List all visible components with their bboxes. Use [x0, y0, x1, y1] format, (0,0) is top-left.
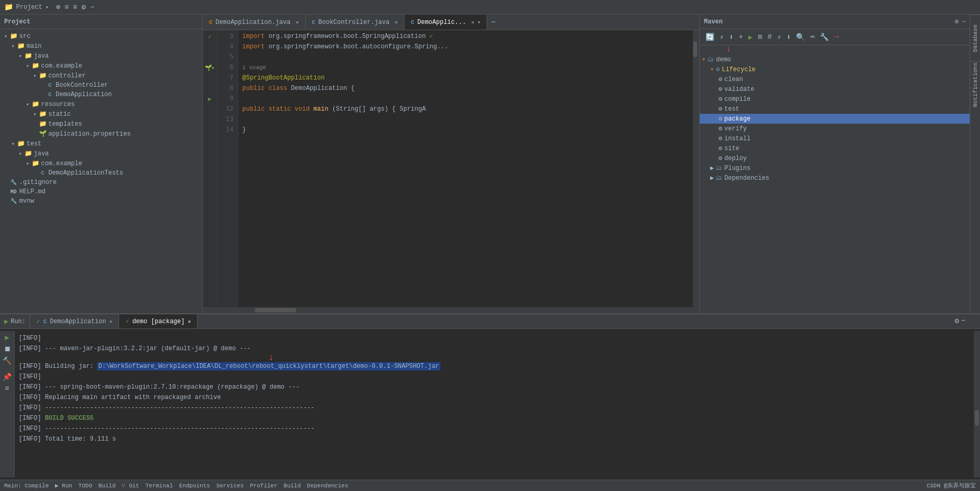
maven-hash-icon[interactable]: #: [766, 32, 773, 42]
maven-download2-icon[interactable]: ⬇: [785, 32, 792, 43]
maven-search-icon[interactable]: 🔍: [794, 32, 806, 43]
bottom-minimize-icon[interactable]: −: [961, 316, 965, 325]
maven-arrow-icon[interactable]: →: [832, 31, 841, 43]
tree-item-templates[interactable]: 📁 templates: [0, 119, 202, 129]
status-main-compile[interactable]: Main: Compile: [4, 483, 49, 489]
tree-item-gitignore[interactable]: 🔧 .gitignore: [0, 178, 202, 187]
tree-item-java2[interactable]: ▾ 📁 java: [0, 149, 202, 158]
tree-item-mvnw[interactable]: 🔧 mvnw: [0, 196, 202, 206]
sidebar-tab-notifications[interactable]: Notifications: [970, 61, 980, 108]
tab-demo-applic-close[interactable]: ✕: [471, 19, 474, 25]
tree-item-static[interactable]: ▾ 📁 static: [0, 109, 202, 119]
maven-item-package[interactable]: ⚙ package: [700, 114, 970, 124]
test-arrow[interactable]: ▾: [9, 141, 17, 147]
maven-item-verify[interactable]: ⚙ verify: [700, 124, 970, 134]
sidebar-tab-database[interactable]: Database: [970, 15, 980, 61]
maven-dependencies[interactable]: ▶ 🗂 Dependencies: [700, 173, 970, 183]
java2-arrow[interactable]: ▾: [17, 151, 24, 157]
globe-icon[interactable]: ⊕: [55, 2, 61, 12]
maven-download-icon[interactable]: ⬇: [727, 32, 735, 43]
maven-item-validate[interactable]: ⚙ validate: [700, 84, 970, 94]
maven-tree[interactable]: ▾ 🗂 demo ▾ ⚙ Lifecycle ⚙ clean ⚙ validat…: [700, 52, 970, 313]
status-dependencies[interactable]: Dependencies: [307, 483, 348, 489]
editor-hscroll-thumb[interactable]: [255, 308, 296, 312]
tree-item-controller[interactable]: ▾ 📁 controller: [0, 71, 202, 81]
maven-equals-icon[interactable]: ═: [808, 32, 816, 42]
status-services[interactable]: Services: [216, 483, 244, 489]
bottom-filter-icon[interactable]: ≡: [5, 384, 9, 393]
console-output[interactable]: [INFO] [INFO] --- maven-jar-plugin:3.2.2…: [15, 331, 974, 477]
maven-settings-icon[interactable]: ⚙: [955, 18, 959, 25]
tree-item-demo-application[interactable]: C DemoApplication: [0, 90, 202, 99]
maven-close-icon[interactable]: −: [962, 18, 965, 25]
maven-refresh-icon[interactable]: 🔄: [704, 32, 716, 43]
maven-item-test[interactable]: ⚙ test: [700, 104, 970, 114]
editor-scroll-thumb[interactable]: [693, 42, 697, 57]
src-arrow[interactable]: ▾: [2, 33, 9, 39]
status-git[interactable]: ⑂ Git: [122, 483, 139, 489]
code-editor[interactable]: ✓ 🌱 ▶ ▶ 3 4 5 6: [203, 30, 699, 307]
tab-demo-app-close[interactable]: ✕: [296, 19, 299, 25]
editor-scrollbar[interactable]: [693, 30, 699, 307]
project-dropdown-arrow[interactable]: ▾: [45, 4, 48, 10]
maven-item-compile[interactable]: ⚙ compile: [700, 94, 970, 104]
maven-m-icon[interactable]: m: [756, 32, 764, 42]
maven-root-demo[interactable]: ▾ 🗂 demo: [700, 55, 970, 64]
tree-item-src[interactable]: ▾ 📁 src: [0, 31, 202, 41]
run-active-icon[interactable]: ▶: [5, 333, 9, 342]
status-build[interactable]: Build: [98, 483, 115, 489]
maven-item-install[interactable]: ⚙ install: [700, 134, 970, 143]
static-arrow[interactable]: ▾: [31, 111, 38, 117]
maven-lifecycle[interactable]: ▾ ⚙ Lifecycle: [700, 64, 970, 74]
bookmark-icon[interactable]: ≡: [72, 2, 78, 12]
package-tab-close[interactable]: ✕: [188, 319, 191, 325]
tree-item-demo-tests[interactable]: C DemoApplicationTests: [0, 168, 202, 178]
status-todo[interactable]: TODO: [79, 483, 92, 489]
minimize-icon[interactable]: −: [89, 2, 95, 12]
console-scroll-thumb[interactable]: [975, 410, 979, 426]
run-icon-left[interactable]: ▶ Run:: [0, 314, 30, 328]
bottom-tab-demo-app[interactable]: ✓ C DemoApplication ✕: [30, 314, 119, 328]
tree-item-book-controller[interactable]: C BookController: [0, 81, 202, 90]
tree-item-app-properties[interactable]: 🌱 application.properties: [0, 129, 202, 139]
maven-item-clean[interactable]: ⚙ clean: [700, 74, 970, 84]
demo-tab-close[interactable]: ✕: [109, 319, 112, 325]
editor-hscrollbar[interactable]: [203, 307, 699, 313]
status-terminal[interactable]: Terminal: [146, 483, 173, 489]
main-arrow[interactable]: ▾: [9, 43, 17, 49]
build-icon[interactable]: 🔨: [3, 356, 11, 365]
com-example1-arrow[interactable]: ▾: [24, 63, 31, 69]
maven-add-icon[interactable]: +: [737, 32, 744, 42]
gutter-9[interactable]: ▶: [203, 94, 217, 104]
status-profiler[interactable]: Profiler: [250, 483, 278, 489]
tab-overflow[interactable]: ⋯: [487, 15, 499, 30]
tree-item-com-example1[interactable]: ▾ 📁 com.example: [0, 61, 202, 71]
tab-more-icon[interactable]: ▾: [477, 19, 480, 25]
maven-plugins-arrow[interactable]: ▶: [710, 164, 714, 172]
gutter-6-play[interactable]: ▶: [212, 65, 215, 71]
project-tree[interactable]: ▾ 📁 src ▾ 📁 main ▾ 📁 java ▾: [0, 29, 202, 313]
maven-item-site[interactable]: ⚙ site: [700, 143, 970, 153]
controller-arrow[interactable]: ▾: [31, 73, 38, 79]
code-content-area[interactable]: import org.springframework.boot.SpringAp…: [238, 30, 693, 307]
java1-arrow[interactable]: ▾: [17, 53, 24, 59]
structure-icon[interactable]: ≡: [63, 2, 70, 12]
maven-lightning-icon[interactable]: ⚡: [718, 32, 725, 43]
tab-book-ctrl-close[interactable]: ✕: [395, 19, 398, 25]
status-run[interactable]: ▶ Run: [55, 482, 72, 489]
tree-item-com-example2[interactable]: ▾ 📁 com.example: [0, 158, 202, 168]
maven-item-deploy[interactable]: ⚙ deploy: [700, 153, 970, 163]
maven-lightning2-icon[interactable]: ⚡: [776, 32, 783, 43]
tree-item-help-md[interactable]: MD HELP.md: [0, 187, 202, 196]
tree-item-test[interactable]: ▾ 📁 test: [0, 139, 202, 149]
stop-icon[interactable]: ⏹: [4, 345, 11, 353]
maven-deps-arrow[interactable]: ▶: [710, 174, 714, 182]
bottom-scroll-lock-icon[interactable]: 📌: [3, 373, 11, 381]
tab-demo-application[interactable]: C DemoApplication.java ✕: [203, 15, 306, 30]
status-endpoints[interactable]: Endpoints: [179, 483, 210, 489]
maven-lifecycle-arrow[interactable]: ▾: [710, 65, 714, 73]
tab-book-controller[interactable]: C BookController.java ✕: [306, 15, 404, 30]
tree-item-main[interactable]: ▾ 📁 main: [0, 41, 202, 51]
tree-item-resources[interactable]: ▾ 📁 resources: [0, 99, 202, 109]
tab-demo-applic[interactable]: C DemoApplic... ✕ ▾: [404, 15, 487, 30]
